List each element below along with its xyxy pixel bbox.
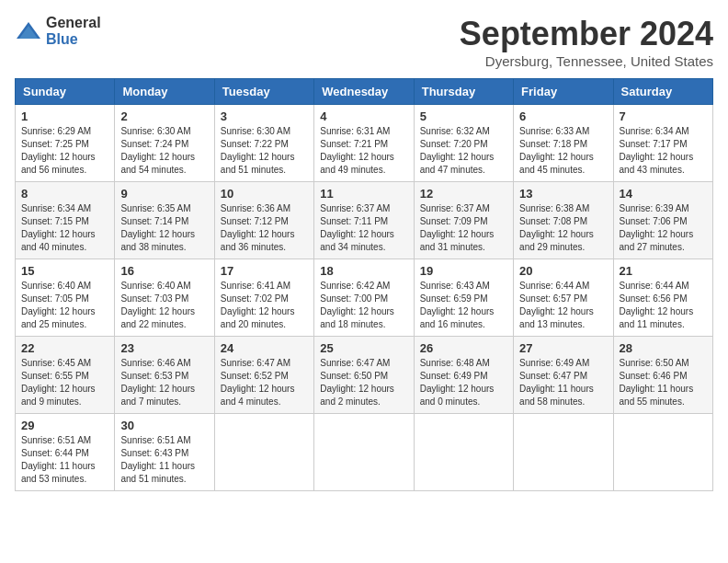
calendar-week-5: 29Sunrise: 6:51 AM Sunset: 6:44 PM Dayli… bbox=[16, 414, 713, 491]
weekday-header-thursday: Thursday bbox=[414, 79, 513, 105]
day-info: Sunrise: 6:45 AM Sunset: 6:55 PM Dayligh… bbox=[21, 357, 108, 408]
calendar-table: SundayMondayTuesdayWednesdayThursdayFrid… bbox=[15, 78, 713, 491]
calendar-cell: 9Sunrise: 6:35 AM Sunset: 7:14 PM Daylig… bbox=[115, 182, 214, 259]
weekday-header-wednesday: Wednesday bbox=[314, 79, 414, 105]
logo-general: General bbox=[46, 15, 101, 30]
calendar-cell: 17Sunrise: 6:41 AM Sunset: 7:02 PM Dayli… bbox=[214, 259, 313, 337]
day-number: 18 bbox=[320, 264, 407, 278]
day-number: 15 bbox=[21, 264, 108, 278]
day-number: 9 bbox=[120, 187, 208, 201]
day-info: Sunrise: 6:49 AM Sunset: 6:47 PM Dayligh… bbox=[519, 357, 607, 408]
day-number: 16 bbox=[120, 264, 208, 278]
calendar-cell bbox=[314, 414, 414, 491]
day-number: 20 bbox=[519, 264, 607, 278]
day-info: Sunrise: 6:37 AM Sunset: 7:09 PM Dayligh… bbox=[420, 202, 507, 254]
day-number: 25 bbox=[320, 341, 407, 355]
calendar-cell: 8Sunrise: 6:34 AM Sunset: 7:15 PM Daylig… bbox=[16, 182, 115, 259]
calendar-cell bbox=[414, 414, 513, 491]
day-number: 12 bbox=[420, 187, 507, 201]
day-info: Sunrise: 6:44 AM Sunset: 6:56 PM Dayligh… bbox=[620, 280, 707, 331]
day-number: 23 bbox=[120, 341, 208, 355]
calendar-cell: 24Sunrise: 6:47 AM Sunset: 6:52 PM Dayli… bbox=[214, 337, 313, 414]
calendar-cell: 20Sunrise: 6:44 AM Sunset: 6:57 PM Dayli… bbox=[514, 259, 613, 337]
day-info: Sunrise: 6:51 AM Sunset: 6:43 PM Dayligh… bbox=[120, 434, 208, 486]
day-info: Sunrise: 6:42 AM Sunset: 7:00 PM Dayligh… bbox=[320, 280, 407, 331]
day-info: Sunrise: 6:47 AM Sunset: 6:50 PM Dayligh… bbox=[320, 357, 407, 408]
day-info: Sunrise: 6:31 AM Sunset: 7:21 PM Dayligh… bbox=[320, 125, 407, 177]
calendar-week-2: 8Sunrise: 6:34 AM Sunset: 7:15 PM Daylig… bbox=[16, 182, 713, 259]
day-info: Sunrise: 6:35 AM Sunset: 7:14 PM Dayligh… bbox=[120, 202, 208, 254]
calendar-cell: 28Sunrise: 6:50 AM Sunset: 6:46 PM Dayli… bbox=[613, 337, 712, 414]
day-info: Sunrise: 6:34 AM Sunset: 7:15 PM Dayligh… bbox=[21, 202, 108, 254]
day-number: 3 bbox=[221, 109, 308, 123]
calendar-cell: 2Sunrise: 6:30 AM Sunset: 7:24 PM Daylig… bbox=[115, 105, 214, 182]
calendar-cell: 5Sunrise: 6:32 AM Sunset: 7:20 PM Daylig… bbox=[414, 105, 513, 182]
calendar-cell: 29Sunrise: 6:51 AM Sunset: 6:44 PM Dayli… bbox=[16, 414, 115, 491]
calendar-cell: 30Sunrise: 6:51 AM Sunset: 6:43 PM Dayli… bbox=[115, 414, 214, 491]
day-info: Sunrise: 6:43 AM Sunset: 6:59 PM Dayligh… bbox=[420, 280, 507, 331]
calendar-week-1: 1Sunrise: 6:29 AM Sunset: 7:25 PM Daylig… bbox=[16, 105, 713, 182]
day-number: 24 bbox=[221, 341, 308, 355]
calendar-cell: 27Sunrise: 6:49 AM Sunset: 6:47 PM Dayli… bbox=[514, 337, 613, 414]
day-number: 22 bbox=[21, 341, 108, 355]
day-number: 7 bbox=[620, 109, 707, 123]
calendar-cell bbox=[214, 414, 313, 491]
day-info: Sunrise: 6:39 AM Sunset: 7:06 PM Dayligh… bbox=[620, 202, 707, 254]
day-info: Sunrise: 6:40 AM Sunset: 7:05 PM Dayligh… bbox=[21, 280, 108, 331]
calendar-cell: 16Sunrise: 6:40 AM Sunset: 7:03 PM Dayli… bbox=[115, 259, 214, 337]
location: Dyersburg, Tennessee, United States bbox=[460, 53, 713, 69]
logo-icon bbox=[15, 20, 42, 42]
title-block: September 2024 Dyersburg, Tennessee, Uni… bbox=[460, 15, 713, 69]
calendar-cell: 25Sunrise: 6:47 AM Sunset: 6:50 PM Dayli… bbox=[314, 337, 414, 414]
calendar-cell: 6Sunrise: 6:33 AM Sunset: 7:18 PM Daylig… bbox=[514, 105, 613, 182]
calendar-cell: 7Sunrise: 6:34 AM Sunset: 7:17 PM Daylig… bbox=[613, 105, 712, 182]
calendar-cell: 15Sunrise: 6:40 AM Sunset: 7:05 PM Dayli… bbox=[16, 259, 115, 337]
day-info: Sunrise: 6:44 AM Sunset: 6:57 PM Dayligh… bbox=[519, 280, 607, 331]
day-number: 13 bbox=[519, 187, 607, 201]
weekday-header-tuesday: Tuesday bbox=[214, 79, 313, 105]
day-info: Sunrise: 6:33 AM Sunset: 7:18 PM Dayligh… bbox=[519, 125, 607, 177]
day-info: Sunrise: 6:36 AM Sunset: 7:12 PM Dayligh… bbox=[221, 202, 308, 254]
calendar-cell: 4Sunrise: 6:31 AM Sunset: 7:21 PM Daylig… bbox=[314, 105, 414, 182]
calendar-cell: 18Sunrise: 6:42 AM Sunset: 7:00 PM Dayli… bbox=[314, 259, 414, 337]
day-number: 28 bbox=[620, 341, 707, 355]
day-info: Sunrise: 6:34 AM Sunset: 7:17 PM Dayligh… bbox=[620, 125, 707, 177]
day-info: Sunrise: 6:37 AM Sunset: 7:11 PM Dayligh… bbox=[320, 202, 407, 254]
weekday-header-row: SundayMondayTuesdayWednesdayThursdayFrid… bbox=[16, 79, 713, 105]
day-number: 17 bbox=[221, 264, 308, 278]
day-number: 5 bbox=[420, 109, 507, 123]
day-number: 26 bbox=[420, 341, 507, 355]
calendar-week-4: 22Sunrise: 6:45 AM Sunset: 6:55 PM Dayli… bbox=[16, 337, 713, 414]
day-info: Sunrise: 6:29 AM Sunset: 7:25 PM Dayligh… bbox=[21, 125, 108, 177]
day-number: 21 bbox=[620, 264, 707, 278]
day-number: 8 bbox=[21, 187, 108, 201]
calendar-cell: 1Sunrise: 6:29 AM Sunset: 7:25 PM Daylig… bbox=[16, 105, 115, 182]
logo-blue: Blue bbox=[46, 31, 78, 47]
day-info: Sunrise: 6:48 AM Sunset: 6:49 PM Dayligh… bbox=[420, 357, 507, 408]
calendar-cell: 21Sunrise: 6:44 AM Sunset: 6:56 PM Dayli… bbox=[613, 259, 712, 337]
calendar-cell bbox=[613, 414, 712, 491]
calendar-cell: 10Sunrise: 6:36 AM Sunset: 7:12 PM Dayli… bbox=[214, 182, 313, 259]
day-info: Sunrise: 6:40 AM Sunset: 7:03 PM Dayligh… bbox=[120, 280, 208, 331]
day-number: 19 bbox=[420, 264, 507, 278]
calendar-cell bbox=[514, 414, 613, 491]
calendar-cell: 12Sunrise: 6:37 AM Sunset: 7:09 PM Dayli… bbox=[414, 182, 513, 259]
calendar-week-3: 15Sunrise: 6:40 AM Sunset: 7:05 PM Dayli… bbox=[16, 259, 713, 337]
day-number: 11 bbox=[320, 187, 407, 201]
day-number: 1 bbox=[21, 109, 108, 123]
month-title: September 2024 bbox=[460, 15, 713, 53]
day-number: 4 bbox=[320, 109, 407, 123]
day-info: Sunrise: 6:47 AM Sunset: 6:52 PM Dayligh… bbox=[221, 357, 308, 408]
day-number: 14 bbox=[620, 187, 707, 201]
day-info: Sunrise: 6:32 AM Sunset: 7:20 PM Dayligh… bbox=[420, 125, 507, 177]
logo: General Blue bbox=[15, 15, 101, 48]
page-header: General Blue September 2024 Dyersburg, T… bbox=[15, 15, 713, 69]
day-info: Sunrise: 6:50 AM Sunset: 6:46 PM Dayligh… bbox=[620, 357, 707, 408]
day-number: 27 bbox=[519, 341, 607, 355]
calendar-cell: 13Sunrise: 6:38 AM Sunset: 7:08 PM Dayli… bbox=[514, 182, 613, 259]
day-info: Sunrise: 6:38 AM Sunset: 7:08 PM Dayligh… bbox=[519, 202, 607, 254]
calendar-cell: 3Sunrise: 6:30 AM Sunset: 7:22 PM Daylig… bbox=[214, 105, 313, 182]
calendar-cell: 22Sunrise: 6:45 AM Sunset: 6:55 PM Dayli… bbox=[16, 337, 115, 414]
day-info: Sunrise: 6:30 AM Sunset: 7:22 PM Dayligh… bbox=[221, 125, 308, 177]
weekday-header-sunday: Sunday bbox=[16, 79, 115, 105]
